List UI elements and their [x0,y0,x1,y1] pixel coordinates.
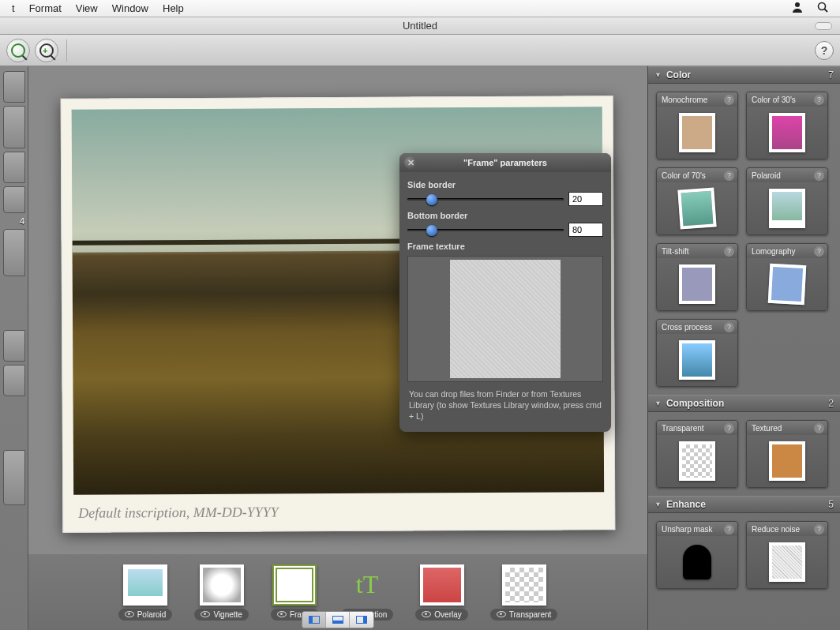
menu-item-format[interactable]: Format [22,2,69,14]
help-icon[interactable]: ? [724,322,734,332]
preset-card[interactable]: Transparent? [656,420,738,488]
disclosure-icon: ▼ [654,71,662,79]
preset-title: Textured? [747,421,827,435]
effect-thumb [502,564,546,606]
visibility-icon[interactable] [201,611,210,617]
help-icon[interactable]: ? [724,246,734,257]
visibility-icon[interactable] [497,611,506,617]
view-switcher [302,611,374,628]
preset-title: Cross process? [657,320,737,334]
left-tab[interactable] [3,152,25,183]
help-icon[interactable]: ? [814,246,824,257]
help-icon[interactable]: ? [724,171,734,181]
side-border-slider[interactable] [407,193,564,204]
preset-card[interactable]: Color of 30's? [746,92,828,159]
left-sidebar: 4 [0,66,28,630]
left-tab[interactable] [3,450,25,505]
texture-hint: You can drop files from Finder or from T… [407,382,603,424]
left-tab[interactable] [3,71,25,103]
effect-thumb [272,564,317,606]
svg-point-0 [795,2,800,7]
preset-grid: Unsharp mask?Reduce noise? [648,513,840,597]
bottom-border-label: Bottom border [407,211,603,220]
help-icon[interactable]: ? [814,423,824,433]
effect-transparent[interactable]: Transparent [490,564,558,621]
search-icon[interactable] [810,1,835,16]
zoom-fit-button[interactable] [6,39,30,62]
user-icon[interactable] [785,1,810,16]
help-button[interactable]: ? [815,41,834,60]
preset-title: Tilt-shift? [657,244,737,258]
preset-title: Transparent? [657,421,737,435]
section-header[interactable]: ▼Enhance5 [648,496,840,513]
effect-thumb: tT [345,564,389,606]
bottom-border-value[interactable]: 80 [568,223,603,237]
preset-thumb [747,107,827,159]
section-header[interactable]: ▼Color7 [648,66,840,84]
left-tab[interactable] [3,186,25,213]
preset-thumb [657,536,737,588]
help-icon[interactable]: ? [814,171,824,181]
preset-card[interactable]: Lomography? [746,243,828,311]
section-header[interactable]: ▼Composition2 [648,395,840,412]
menu-bar: t Format View Window Help [0,0,840,17]
menu-item-help[interactable]: Help [156,2,191,14]
toolbar-toggle-pill[interactable] [815,22,832,30]
preset-card[interactable]: Cross process? [656,319,738,387]
preset-card[interactable]: Unsharp mask? [656,521,738,589]
preset-thumb [747,182,827,234]
bottom-border-slider[interactable] [407,224,564,235]
svg-point-1 [819,3,826,10]
preset-card[interactable]: Color of 70's? [656,167,738,235]
frame-parameters-panel[interactable]: ✕ "Frame" parameters Side border 20 Bott… [399,153,611,432]
texture-preview [450,260,561,378]
left-tab[interactable] [3,106,25,148]
svg-line-2 [825,9,828,13]
menu-item[interactable]: t [5,2,22,14]
effect-label[interactable]: Transparent [490,609,558,621]
effect-label[interactable]: Vignette [194,609,249,621]
visibility-icon[interactable] [277,611,287,617]
window-title: Untitled [403,20,437,32]
right-sidebar: ▼Color7Monochrome?Color of 30's?Color of… [647,66,840,630]
preset-card[interactable]: Textured? [746,420,828,488]
preset-card[interactable]: Tilt-shift? [656,243,738,311]
effect-label[interactable]: Overlay [415,609,467,621]
preset-card[interactable]: Polaroid? [746,167,828,235]
visibility-icon[interactable] [422,611,431,617]
view-right-panel[interactable] [350,612,373,628]
zoom-in-button[interactable]: + [35,39,58,62]
left-tab[interactable] [3,229,25,276]
preset-title: Color of 30's? [747,92,827,107]
effect-vignette[interactable]: Vignette [194,564,249,621]
help-icon[interactable]: ? [724,524,734,534]
help-icon[interactable]: ? [814,95,824,105]
preset-grid: Transparent?Textured? [648,412,840,496]
side-border-value[interactable]: 20 [568,192,603,206]
view-left-panel[interactable] [302,612,326,628]
help-icon[interactable]: ? [724,95,734,105]
effect-overlay[interactable]: Overlay [415,564,467,621]
preset-thumb [747,536,827,588]
close-icon[interactable]: ✕ [404,156,417,169]
caption-text[interactable]: Default inscription, MM-DD-YYYY [78,504,279,521]
panel-header[interactable]: ✕ "Frame" parameters [399,153,611,172]
preset-grid: Monochrome?Color of 30's?Color of 70's?P… [648,84,840,395]
preset-title: Reduce noise? [747,522,827,536]
preset-title: Polaroid? [747,168,827,182]
effect-label[interactable]: Polaroid [118,609,173,621]
left-tab[interactable] [3,330,25,362]
menu-item-view[interactable]: View [69,2,105,14]
help-icon[interactable]: ? [814,524,824,534]
left-tab[interactable] [3,365,25,396]
help-icon[interactable]: ? [724,423,734,433]
preset-thumb [657,334,737,386]
effect-polaroid[interactable]: Polaroid [118,564,173,621]
visibility-icon[interactable] [125,611,134,617]
canvas-area: Default inscription, MM-DD-YYYY ✕ "Frame… [28,66,647,630]
preset-card[interactable]: Reduce noise? [746,521,828,589]
menu-item-window[interactable]: Window [105,2,156,14]
preset-card[interactable]: Monochrome? [656,92,738,159]
texture-drop-zone[interactable] [407,256,603,382]
view-bottom-panel[interactable] [326,612,350,628]
